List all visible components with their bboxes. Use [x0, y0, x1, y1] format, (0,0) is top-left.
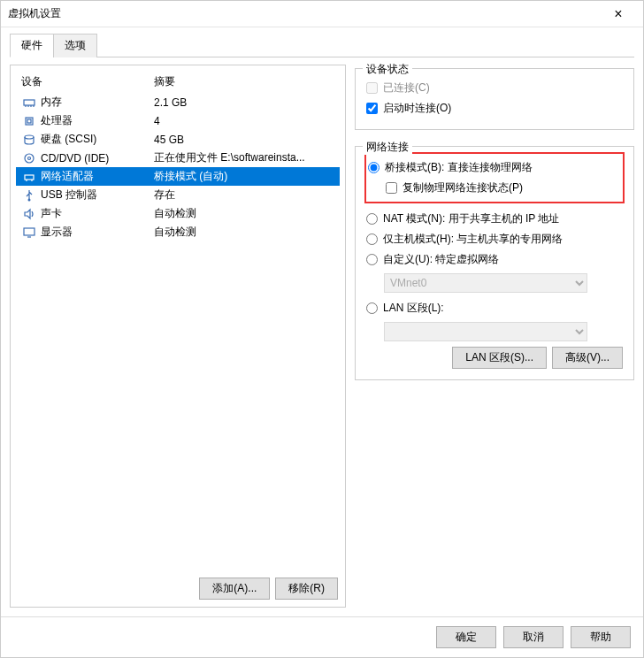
bridged-radio[interactable]: [368, 162, 380, 173]
cpu-icon: [21, 114, 37, 128]
custom-label: 自定义(U): 特定虚拟网络: [383, 252, 499, 267]
settings-panel: 设备状态 已连接(C) 启动时连接(O) 网络连接: [355, 65, 634, 608]
lan-segment-radio-row[interactable]: LAN 区段(L):: [366, 298, 623, 318]
bridged-label: 桥接模式(B): 直接连接物理网络: [385, 160, 533, 175]
lan-combo-wrap: [384, 322, 587, 341]
device-name: 显示器: [41, 225, 154, 240]
close-icon[interactable]: ×: [601, 6, 636, 22]
cd-icon: [21, 151, 37, 165]
display-icon: [21, 226, 37, 240]
tab-hardware[interactable]: 硬件: [10, 34, 54, 57]
device-summary: 桥接模式 (自动): [154, 169, 334, 184]
custom-radio-row[interactable]: 自定义(U): 特定虚拟网络: [366, 249, 623, 270]
svg-rect-10: [25, 175, 34, 180]
nat-radio[interactable]: [366, 213, 378, 225]
tab-bar: 硬件 选项: [10, 33, 634, 57]
bridged-radio-row[interactable]: 桥接模式(B): 直接连接物理网络: [368, 157, 621, 178]
device-status-group: 设备状态 已连接(C) 启动时连接(O): [355, 68, 634, 130]
device-name: 内存: [41, 95, 154, 110]
connect-poweron-row[interactable]: 启动时连接(O): [366, 98, 623, 119]
device-summary: 正在使用文件 E:\softwareinsta...: [154, 150, 334, 165]
dialog-footer: 确定 取消 帮助: [1, 616, 643, 657]
memory-icon: [21, 96, 37, 110]
device-name: CD/DVD (IDE): [41, 152, 154, 164]
svg-rect-6: [27, 119, 31, 123]
device-summary: 4: [154, 115, 334, 127]
device-name: 声卡: [41, 206, 154, 221]
device-summary: 2.1 GB: [154, 96, 334, 109]
svg-rect-5: [26, 118, 33, 125]
connected-label: 已连接(C): [383, 80, 430, 96]
device-row[interactable]: CD/DVD (IDE)正在使用文件 E:\softwareinsta...: [16, 149, 340, 167]
connect-poweron-checkbox[interactable]: [366, 103, 378, 114]
help-button[interactable]: 帮助: [571, 626, 631, 648]
window-title: 虚拟机设置: [8, 6, 601, 21]
vm-settings-window: 虚拟机设置 × 硬件 选项 设备 摘要 内存2.1 GB处理器4硬盘 (SCSI…: [0, 0, 644, 658]
device-status-title: 设备状态: [363, 62, 412, 77]
svg-point-7: [25, 135, 34, 139]
device-row[interactable]: 硬盘 (SCSI)45 GB: [16, 130, 340, 149]
col-summary: 摘要: [154, 74, 175, 89]
sound-icon: [21, 207, 37, 221]
svg-rect-0: [24, 100, 34, 105]
hostonly-radio[interactable]: [366, 233, 378, 245]
device-name: 网络适配器: [41, 169, 154, 184]
connected-checkbox: [366, 82, 378, 94]
disk-icon: [21, 133, 37, 147]
client-area: 硬件 选项 设备 摘要 内存2.1 GB处理器4硬盘 (SCSI)45 GBCD…: [1, 27, 643, 616]
lan-combo: [384, 322, 587, 341]
hostonly-label: 仅主机模式(H): 与主机共享的专用网络: [383, 232, 563, 247]
device-list[interactable]: 内存2.1 GB处理器4硬盘 (SCSI)45 GBCD/DVD (IDE)正在…: [16, 93, 340, 570]
custom-radio[interactable]: [366, 254, 378, 265]
svg-point-9: [28, 157, 31, 159]
replicate-label: 复制物理网络连接状态(P): [402, 180, 523, 195]
cancel-button[interactable]: 取消: [503, 626, 564, 648]
device-buttons: 添加(A)... 移除(R): [16, 570, 340, 601]
svg-rect-14: [24, 228, 34, 235]
lan-segments-button[interactable]: LAN 区段(S)...: [452, 347, 547, 369]
nat-radio-row[interactable]: NAT 模式(N): 用于共享主机的 IP 地址: [366, 209, 623, 229]
network-connection-title: 网络连接: [363, 140, 412, 155]
device-name: USB 控制器: [41, 187, 154, 203]
custom-combo: VMnet0: [384, 273, 587, 293]
titlebar: 虚拟机设置 ×: [1, 1, 643, 27]
advanced-button[interactable]: 高级(V)...: [552, 347, 623, 369]
device-summary: 存在: [154, 187, 334, 203]
device-name: 硬盘 (SCSI): [41, 132, 154, 147]
svg-point-13: [28, 198, 31, 201]
replicate-checkbox-row[interactable]: 复制物理网络连接状态(P): [386, 178, 621, 198]
device-row[interactable]: 网络适配器桥接模式 (自动): [16, 167, 340, 186]
device-row[interactable]: 声卡自动检测: [16, 204, 340, 223]
device-summary: 自动检测: [154, 225, 334, 240]
svg-point-8: [25, 154, 34, 163]
usb-icon: [21, 188, 37, 203]
lan-segment-label: LAN 区段(L):: [383, 301, 444, 316]
network-icon: [21, 170, 37, 184]
network-extra-buttons: LAN 区段(S)... 高级(V)...: [366, 347, 623, 369]
col-device: 设备: [21, 74, 154, 89]
tab-options[interactable]: 选项: [53, 34, 97, 57]
device-row[interactable]: 内存2.1 GB: [16, 93, 340, 111]
lan-segment-radio[interactable]: [366, 302, 378, 314]
hostonly-radio-row[interactable]: 仅主机模式(H): 与主机共享的专用网络: [366, 229, 623, 249]
custom-combo-wrap: VMnet0: [384, 273, 587, 293]
remove-button[interactable]: 移除(R): [275, 578, 338, 600]
device-row[interactable]: USB 控制器存在: [16, 186, 340, 204]
device-summary: 45 GB: [154, 134, 334, 146]
ok-button[interactable]: 确定: [436, 626, 496, 648]
replicate-checkbox[interactable]: [386, 182, 397, 194]
device-summary: 自动检测: [154, 206, 334, 221]
network-connection-group: 网络连接 桥接模式(B): 直接连接物理网络 复制物理网络连接状态(P): [355, 146, 634, 380]
device-row[interactable]: 处理器4: [16, 111, 340, 130]
highlight-box: 桥接模式(B): 直接连接物理网络 复制物理网络连接状态(P): [364, 152, 625, 203]
device-list-header: 设备 摘要: [16, 71, 340, 93]
add-button[interactable]: 添加(A)...: [199, 578, 270, 600]
device-panel: 设备 摘要 内存2.1 GB处理器4硬盘 (SCSI)45 GBCD/DVD (…: [10, 65, 346, 608]
device-name: 处理器: [41, 113, 154, 128]
content: 设备 摘要 内存2.1 GB处理器4硬盘 (SCSI)45 GBCD/DVD (…: [10, 57, 634, 608]
device-row[interactable]: 显示器自动检测: [16, 223, 340, 241]
connected-checkbox-row[interactable]: 已连接(C): [366, 78, 623, 98]
connect-poweron-label: 启动时连接(O): [383, 101, 451, 116]
nat-label: NAT 模式(N): 用于共享主机的 IP 地址: [383, 211, 559, 226]
